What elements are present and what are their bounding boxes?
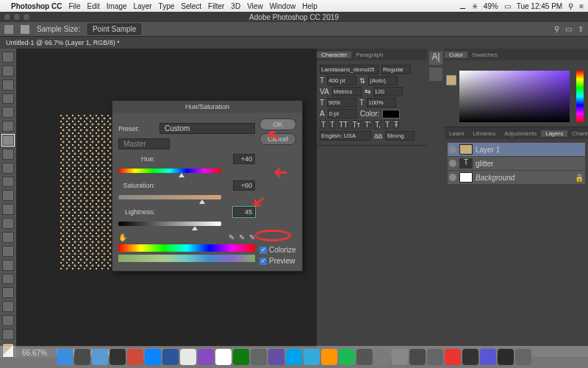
eraser-tool-icon[interactable]: [2, 204, 14, 215]
layer-row[interactable]: Layer 1: [448, 143, 585, 156]
bluetooth-icon[interactable]: ⚹: [472, 1, 478, 10]
antialiasing-dropdown[interactable]: [385, 131, 415, 141]
workspace-icon[interactable]: ▭: [565, 25, 572, 33]
hue-slider[interactable]: [118, 169, 221, 176]
frame-tool-icon[interactable]: [2, 121, 14, 132]
menu-3d[interactable]: 3D: [231, 2, 240, 10]
layer-name[interactable]: glitter: [476, 160, 493, 168]
leading-input[interactable]: [368, 76, 398, 85]
subscript-icon[interactable]: T,: [373, 120, 382, 130]
tab-swatches[interactable]: Swatches: [467, 52, 502, 58]
minimize-icon[interactable]: [14, 14, 20, 20]
visibility-icon[interactable]: [449, 146, 456, 153]
dock-app-icon[interactable]: [162, 349, 179, 365]
dock-app-icon[interactable]: [251, 349, 267, 365]
smallcaps-icon[interactable]: Tт: [351, 120, 362, 130]
allcaps-icon[interactable]: TT: [337, 120, 349, 130]
tab-libraries[interactable]: Libraries: [468, 130, 500, 137]
superscript-icon[interactable]: T': [363, 120, 372, 130]
eyedropper-icon[interactable]: ✎: [229, 233, 234, 241]
saturation-input[interactable]: [233, 180, 255, 191]
dock-app-icon[interactable]: [339, 349, 355, 365]
zoom-tool-icon[interactable]: [2, 329, 14, 340]
tracking-input[interactable]: [332, 87, 362, 96]
shape-tool-icon[interactable]: [2, 301, 14, 312]
dock-app-icon[interactable]: [145, 349, 161, 365]
layer-thumbnail[interactable]: [459, 172, 473, 183]
maximize-icon[interactable]: [24, 14, 29, 20]
tab-color[interactable]: Color: [445, 52, 467, 58]
gradient-tool-icon[interactable]: [2, 218, 14, 229]
lock-icon[interactable]: 🔒: [575, 174, 584, 182]
blur-tool-icon[interactable]: [2, 232, 14, 243]
vscale-input[interactable]: [327, 98, 356, 107]
lasso-tool-icon[interactable]: [2, 79, 14, 91]
clock[interactable]: Tue 12:45 PM: [517, 2, 562, 10]
menu-help[interactable]: Help: [302, 2, 318, 10]
dock-app-icon[interactable]: [215, 349, 232, 365]
hue-input[interactable]: [233, 154, 255, 164]
close-icon[interactable]: [4, 14, 10, 20]
sample-size-dropdown[interactable]: Point Sample: [87, 24, 141, 35]
eyedropper-tool-icon[interactable]: [2, 135, 14, 146]
foreground-swatch[interactable]: [446, 75, 456, 85]
font-style-dropdown[interactable]: [381, 65, 411, 74]
marquee-tool-icon[interactable]: [2, 66, 14, 77]
menu-select[interactable]: Select: [181, 2, 201, 10]
strikethrough-icon[interactable]: Ŧ: [392, 120, 400, 130]
colorize-checkbox[interactable]: ✓Colorize: [259, 246, 296, 254]
eyedropper-plus-icon[interactable]: ✎: [239, 233, 245, 241]
baseline-input[interactable]: [328, 109, 357, 118]
tool-preset-icon[interactable]: [21, 25, 29, 34]
preview-checkbox[interactable]: ✓Preview: [259, 257, 296, 265]
layer-thumbnail[interactable]: [459, 144, 473, 155]
dodge-tool-icon[interactable]: [2, 246, 14, 257]
dock-app-icon[interactable]: [480, 349, 496, 365]
dock-app-icon[interactable]: [268, 349, 284, 365]
dock-app-icon[interactable]: [427, 349, 443, 365]
tab-adjustments[interactable]: Adjustments: [500, 130, 541, 137]
hscale-input[interactable]: [367, 98, 396, 107]
traffic-lights[interactable]: [4, 14, 29, 20]
pen-tool-icon[interactable]: [2, 260, 14, 271]
notification-icon[interactable]: ≡: [579, 2, 584, 10]
menu-edit[interactable]: Edit: [87, 2, 100, 10]
search-icon[interactable]: ⚲: [554, 25, 559, 33]
dock-app-icon[interactable]: [286, 349, 302, 365]
bold-icon[interactable]: T: [320, 120, 327, 130]
tab-character[interactable]: Character: [317, 52, 351, 58]
dock-app-icon[interactable]: [198, 349, 214, 365]
dock-app-icon[interactable]: [180, 349, 196, 365]
wand-tool-icon[interactable]: [2, 93, 14, 105]
tab-layers[interactable]: Layers: [541, 130, 567, 137]
history-brush-tool-icon[interactable]: [2, 190, 14, 201]
layer-name[interactable]: Background: [476, 174, 514, 182]
home-icon[interactable]: [4, 25, 13, 34]
hand-adjust-icon[interactable]: ✋: [118, 233, 127, 241]
menu-window[interactable]: Window: [270, 2, 296, 10]
document-tab[interactable]: Untitled-1 @ 66.7% (Layer 1, RGB/8) *: [6, 39, 120, 46]
dock-app-icon[interactable]: [92, 349, 108, 365]
stamp-tool-icon[interactable]: [2, 177, 14, 188]
wifi-icon[interactable]: ⚊: [459, 2, 466, 10]
dock-app-icon[interactable]: [321, 349, 337, 365]
menu-filter[interactable]: Filter: [208, 2, 224, 10]
hue-strip[interactable]: [576, 71, 584, 122]
path-tool-icon[interactable]: [2, 287, 14, 298]
layer-row[interactable]: T glitter: [448, 157, 585, 170]
dock-app-icon[interactable]: [356, 349, 373, 365]
underline-icon[interactable]: T: [384, 120, 391, 130]
visibility-icon[interactable]: [449, 160, 456, 167]
healing-tool-icon[interactable]: [2, 149, 14, 160]
crop-tool-icon[interactable]: [2, 107, 14, 118]
tab-paragraph[interactable]: Paragraph: [351, 52, 387, 58]
italic-icon[interactable]: T: [329, 120, 336, 130]
channel-dropdown[interactable]: Master: [118, 138, 170, 149]
dock-app-icon[interactable]: [445, 349, 461, 365]
lightness-slider[interactable]: [118, 222, 221, 229]
color-field[interactable]: [459, 71, 570, 122]
dock-app-icon[interactable]: [110, 349, 126, 365]
dock-app-icon[interactable]: [392, 349, 408, 365]
spotlight-icon[interactable]: ⚲: [568, 2, 573, 10]
dock-app-icon[interactable]: [374, 349, 390, 365]
